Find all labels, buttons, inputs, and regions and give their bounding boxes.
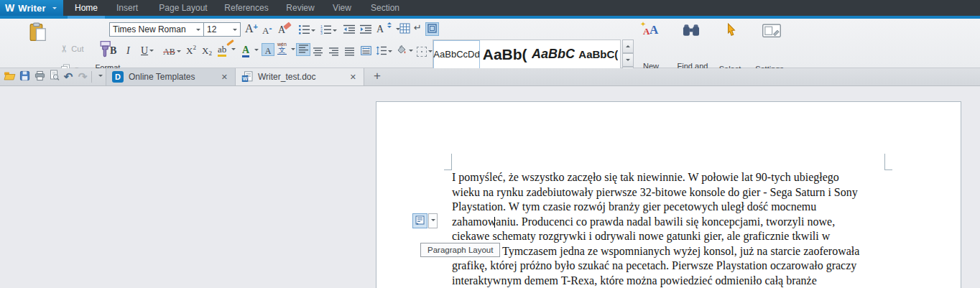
menu-tab-view[interactable]: View xyxy=(326,0,358,16)
text-line: wieku na rynku zadebiutowały pierwsze 32… xyxy=(452,185,883,200)
menu-tab-review[interactable]: Review xyxy=(282,0,319,16)
phonetic-caret-icon xyxy=(291,48,295,52)
text-line: Tymczasem jedna ze wspomnianych wyżej ko… xyxy=(502,244,883,259)
doc-tab-writer-test[interactable]: W Writer_test.doc ✕ xyxy=(235,68,364,85)
scroll-down-icon xyxy=(626,59,630,63)
app-menu-button[interactable]: W Writer xyxy=(0,0,63,16)
document-text[interactable]: I pomyśleć, że wszystko zaczęło się tak … xyxy=(452,170,883,288)
tooltip: Paragraph Layout xyxy=(420,243,500,257)
bullets-button[interactable] xyxy=(299,24,315,37)
paste-icon xyxy=(29,22,49,44)
distribute-button[interactable] xyxy=(361,45,371,58)
qat-separator xyxy=(91,71,92,83)
shading-caret-icon xyxy=(409,50,413,54)
print-preview-button[interactable] xyxy=(47,70,60,83)
justify-icon xyxy=(345,46,354,59)
cut-button[interactable]: ✂ Cut xyxy=(60,42,98,55)
paragraph-layout-toggle-button[interactable] xyxy=(425,22,439,36)
save-button[interactable] xyxy=(18,70,31,83)
align-left-icon xyxy=(299,43,308,56)
margin-mark-top-right xyxy=(884,169,892,170)
grow-font-button[interactable]: A+ xyxy=(245,22,261,37)
text-line: Playstation. W tym czasie rozwój branży … xyxy=(452,200,883,215)
paragraph-layout-caret-icon xyxy=(431,219,435,223)
font-color-button[interactable]: A xyxy=(242,43,261,56)
increase-indent-icon xyxy=(360,24,371,37)
decrease-indent-icon xyxy=(343,24,355,37)
cut-icon: ✂ xyxy=(59,45,70,52)
find-replace-icon xyxy=(683,23,700,40)
line-spacing-button[interactable] xyxy=(376,45,392,58)
save-floppy-icon xyxy=(19,70,30,84)
doc-tab-online-templates[interactable]: D Online Templates ✕ xyxy=(106,68,235,85)
close-tab-icon[interactable]: ✕ xyxy=(348,73,358,82)
bullet-list-icon xyxy=(299,24,310,37)
font-family-combobox[interactable]: Times New Roman xyxy=(109,22,204,37)
plus-icon: + xyxy=(374,69,381,83)
increase-indent-button[interactable] xyxy=(360,24,371,37)
borders-icon xyxy=(417,47,427,57)
menu-tab-references[interactable]: References xyxy=(221,0,272,16)
font-family-caret-icon xyxy=(196,29,200,33)
document-area: I pomyśleć, że wszystko zaczęło się tak … xyxy=(0,86,980,288)
undo-icon: ↶ xyxy=(64,70,73,83)
printer-icon xyxy=(34,70,45,84)
shading-button[interactable] xyxy=(396,44,413,57)
font-size-combobox[interactable]: 12 xyxy=(203,22,241,37)
open-folder-icon xyxy=(4,70,16,84)
menu-bar: W Writer Home Insert Page Layout Referen… xyxy=(0,0,980,16)
table-grid-icon xyxy=(399,23,410,37)
qat-customize-caret-icon xyxy=(98,75,103,79)
underline-button[interactable]: U xyxy=(141,44,161,57)
decrease-indent-button[interactable] xyxy=(343,24,355,37)
settings-icon xyxy=(762,24,782,42)
paragraph-layout-float-button[interactable] xyxy=(412,213,427,228)
close-tab-icon[interactable]: ✕ xyxy=(220,73,229,82)
menu-tab-home[interactable]: Home xyxy=(68,0,105,16)
phonetic-guide-button[interactable]: wén 文 xyxy=(277,42,297,55)
print-button[interactable] xyxy=(33,70,46,83)
redo-button[interactable]: ↷ xyxy=(76,70,89,83)
align-center-icon xyxy=(313,46,323,59)
text-line: zahamowaniu. Producenci co prawda nadal … xyxy=(452,215,883,230)
align-center-button[interactable] xyxy=(313,45,323,59)
menu-tab-insert[interactable]: Insert xyxy=(109,0,145,16)
menu-tab-page-layout[interactable]: Page Layout xyxy=(152,0,214,16)
clear-formatting-button[interactable]: A xyxy=(278,23,292,37)
highlight-color-button[interactable]: ab xyxy=(218,42,241,55)
subscript-button[interactable]: X2 xyxy=(202,44,216,57)
numbered-list-icon: 123 xyxy=(320,24,331,37)
case-arrows-icon xyxy=(387,22,392,28)
menu-tab-section[interactable]: Section xyxy=(365,0,405,16)
margin-mark-top-left xyxy=(444,169,452,170)
character-shading-button[interactable]: A xyxy=(262,43,274,56)
superscript-button[interactable]: X2 xyxy=(186,44,200,57)
paint-bucket-icon xyxy=(396,45,407,57)
italic-button[interactable]: I xyxy=(126,44,137,57)
shrink-font-button[interactable]: A- xyxy=(262,24,277,38)
numbering-button[interactable]: 123 xyxy=(320,24,337,37)
margin-mark-top-right xyxy=(884,154,885,169)
borders-button[interactable] xyxy=(417,45,433,57)
redo-icon: ↷ xyxy=(78,70,88,83)
paragraph-layout-dropdown-button[interactable] xyxy=(428,213,438,228)
styles-scroll-up-button[interactable] xyxy=(622,40,634,53)
writer-doc-icon: W xyxy=(241,71,253,83)
highlight-pen-icon xyxy=(226,40,234,46)
change-case-button[interactable]: A xyxy=(376,22,400,35)
bullets-caret-icon xyxy=(311,29,315,34)
font-size-caret-icon xyxy=(233,29,237,33)
open-button[interactable] xyxy=(3,70,16,83)
justify-button[interactable] xyxy=(345,45,354,59)
margin-mark-top-left xyxy=(451,154,452,169)
strikethrough-button[interactable]: AB xyxy=(163,45,186,57)
align-left-button[interactable] xyxy=(296,43,310,56)
show-marks-button[interactable]: ↵ xyxy=(414,22,422,33)
new-tab-button[interactable]: + xyxy=(368,68,387,85)
print-preview-icon xyxy=(49,70,60,84)
bold-button[interactable]: B xyxy=(110,44,123,57)
align-right-button[interactable] xyxy=(329,45,338,59)
underline-caret-icon xyxy=(149,50,154,54)
undo-button[interactable]: ↶ xyxy=(62,70,75,83)
table-tools-button[interactable] xyxy=(399,23,410,37)
